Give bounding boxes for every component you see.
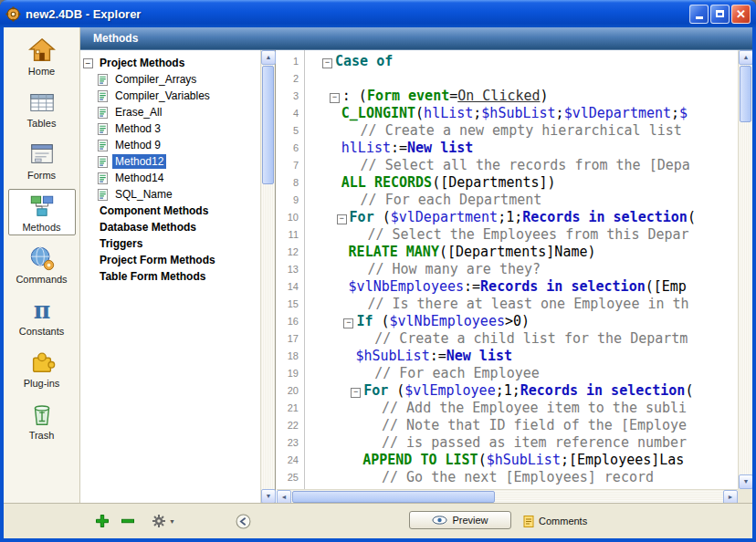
collapse-expander-icon[interactable]: − — [83, 58, 93, 68]
code-vertical-scrollbar[interactable]: ▲ ▼ — [738, 50, 752, 489]
tree-item-project-form-methods[interactable]: Project Form Methods — [80, 252, 260, 268]
code-line-10[interactable]: 10−For ($vlDepartment;1;Records in selec… — [277, 209, 738, 226]
tree-item-method-9[interactable]: Method 9 — [80, 137, 260, 153]
code-text: // Select all the records from the [Depa — [308, 157, 690, 174]
code-segment: ; — [561, 452, 569, 468]
code-vscroll-thumb[interactable] — [740, 66, 751, 122]
fold-collapse-icon[interactable]: − — [343, 318, 353, 328]
code-line-22[interactable]: 22// Note that ID field of the [Employe — [277, 417, 738, 434]
close-button[interactable]: ✕ — [731, 5, 751, 24]
code-line-3[interactable]: 3−: (Form event=On Clicked) — [277, 88, 738, 105]
line-number: 25 — [277, 469, 308, 486]
line-number: 2 — [277, 70, 308, 88]
tree-item-project-methods[interactable]: −Project Methods — [80, 55, 260, 71]
code-line-25[interactable]: 25// Go the next [Employees] record — [277, 469, 738, 486]
code-line-13[interactable]: 13// How many are they? — [277, 261, 738, 278]
code-line-24[interactable]: 24APPEND TO LIST($hSubList;[Employees]La… — [277, 452, 738, 469]
code-line-6[interactable]: 6hlList:=New list — [277, 140, 738, 157]
scroll-down-icon[interactable]: ▼ — [739, 474, 752, 489]
code-segment: // is passed as item reference number — [382, 434, 687, 451]
scroll-down-icon[interactable]: ▼ — [261, 489, 276, 504]
code-text: // For each Department — [308, 192, 541, 209]
minimize-button[interactable] — [689, 5, 709, 24]
app-icon — [5, 6, 21, 22]
tree-item-compiler-variables[interactable]: Compiler_Variables — [80, 88, 260, 104]
scroll-up-icon[interactable]: ▲ — [261, 50, 276, 65]
code-segment: // Select all the records from the [Depa — [361, 157, 690, 173]
options-gear-button[interactable]: ▼ — [152, 512, 175, 530]
line-number: 18 — [277, 348, 308, 365]
titlebar[interactable]: new2.4DB - Explorer ✕ — [0, 0, 756, 27]
code-segment: $vlNbEmployees — [390, 313, 505, 329]
code-segment: >0) — [505, 313, 530, 329]
sidebar-item-tables[interactable]: Tables — [8, 85, 76, 131]
code-segment: If — [356, 313, 373, 329]
tree-item-method14[interactable]: Method14 — [80, 170, 260, 186]
sidebar-item-constants[interactable]: πConstants — [8, 293, 76, 339]
tree-scroll-thumb[interactable] — [262, 66, 274, 184]
scroll-up-icon[interactable]: ▲ — [739, 50, 752, 65]
code-line-14[interactable]: 14$vlNbEmployees:=Records in selection([… — [277, 278, 738, 296]
sidebar-item-plug-ins[interactable]: Plug-ins — [8, 345, 76, 391]
code-line-20[interactable]: 20−For ($vlEmployee;1;Records in selecti… — [277, 382, 738, 400]
code-line-2[interactable]: 2 — [277, 70, 738, 88]
tree-item-database-methods[interactable]: Database Methods — [80, 219, 260, 235]
tree-item-label: Method 9 — [112, 138, 163, 152]
comments-button[interactable]: Comments — [522, 512, 587, 530]
fold-collapse-icon[interactable]: − — [330, 93, 340, 103]
code-segment: : ( — [342, 88, 367, 104]
code-line-16[interactable]: 16−If ($vlNbEmployees>0) — [277, 313, 738, 330]
delete-method-button[interactable] — [121, 512, 135, 530]
line-number: 1 — [277, 53, 308, 70]
code-line-12[interactable]: 12RELATE MANY([Departments]Name) — [277, 244, 738, 261]
code-line-7[interactable]: 7// Select all the records from the [Dep… — [277, 157, 738, 174]
code-text: // is passed as item reference number — [308, 434, 687, 452]
sidebar-item-methods[interactable]: Methods — [8, 189, 76, 235]
fold-collapse-icon[interactable]: − — [337, 214, 347, 224]
tree-scrollbar[interactable]: ▲ ▼ — [260, 50, 275, 504]
tree-item-compiler-arrays[interactable]: Compiler_Arrays — [80, 71, 260, 88]
code-segment: // For each Employee — [374, 365, 540, 381]
tree-item-sql-name[interactable]: SQL_Name — [80, 186, 260, 203]
preview-button[interactable]: Preview — [409, 511, 511, 529]
collapse-panel-button[interactable] — [236, 512, 250, 530]
code-horizontal-scrollbar[interactable]: ◄ ► — [277, 489, 738, 504]
code-segment: ;1; — [498, 209, 522, 225]
sidebar-item-home[interactable]: Home — [8, 33, 76, 79]
tree-item-table-form-methods[interactable]: Table Form Methods — [80, 268, 260, 285]
code-line-1[interactable]: 1−Case of — [277, 53, 738, 70]
line-number: 5 — [277, 122, 308, 140]
code-line-4[interactable]: 4C_LONGINT(hlList;$hSubList;$vlDepartmen… — [277, 105, 738, 122]
sidebar-item-trash[interactable]: Trash — [8, 397, 76, 443]
code-segment: Records in selection — [480, 278, 646, 295]
code-segment: ; — [556, 105, 564, 121]
tree-item-method12[interactable]: Method12 — [80, 153, 260, 170]
code-line-5[interactable]: 5// Create a new empty hierarchical list — [277, 122, 738, 140]
tree-item-method-3[interactable]: Method 3 — [80, 120, 260, 137]
code-line-11[interactable]: 11// Select the Employees from this Depa… — [277, 226, 738, 244]
code-hscroll-thumb[interactable] — [292, 491, 495, 503]
code-line-17[interactable]: 17// Create a child list for the Departm — [277, 330, 738, 348]
line-number: 11 — [277, 226, 308, 244]
code-line-15[interactable]: 15// Is there at least one Employee in t… — [277, 296, 738, 313]
add-method-button[interactable] — [95, 512, 110, 530]
maximize-button[interactable] — [710, 5, 730, 24]
code-line-9[interactable]: 9// For each Department — [277, 192, 738, 209]
tree-item-triggers[interactable]: Triggers — [80, 235, 260, 252]
code-line-23[interactable]: 23// is passed as item reference number — [277, 434, 738, 452]
code-text: // Go the next [Employees] record — [308, 469, 654, 486]
code-line-21[interactable]: 21// Add the Employee item to the subli — [277, 400, 738, 417]
tree-item-erase-all[interactable]: Erase_All — [80, 104, 260, 120]
sidebar-item-commands[interactable]: Commands — [8, 241, 76, 287]
code-line-8[interactable]: 8ALL RECORDS([Departments]) — [277, 174, 738, 192]
sidebar-item-label: Trash — [9, 430, 75, 441]
code-line-19[interactable]: 19// For each Employee — [277, 365, 738, 382]
code-text: APPEND TO LIST($hSubList;[Employees]Las — [308, 452, 684, 469]
fold-collapse-icon[interactable]: − — [322, 58, 332, 68]
code-line-18[interactable]: 18$hSubList:=New list — [277, 348, 738, 365]
fold-collapse-icon[interactable]: − — [351, 388, 361, 398]
sidebar-item-forms[interactable]: Forms — [8, 137, 76, 183]
code-lines[interactable]: 1−Case of23−: (Form event=On Clicked)4C_… — [277, 50, 738, 489]
tree-item-component-methods[interactable]: Component Methods — [80, 203, 260, 219]
code-segment: $vlNbEmployees — [349, 278, 464, 295]
